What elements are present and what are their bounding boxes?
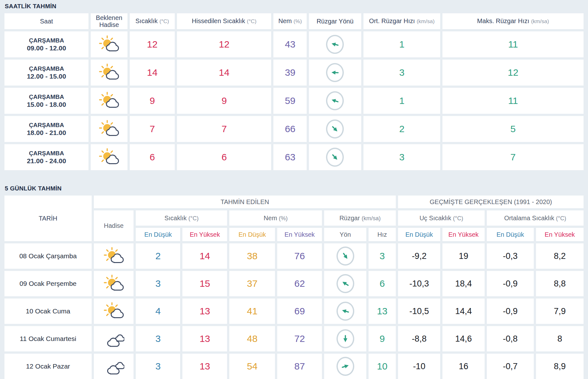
extreme-max-cell: 14,4 (442, 299, 485, 324)
wind-direction-icon (326, 148, 344, 167)
feels-like-cell: 12 (177, 31, 271, 57)
humidity-min-cell: 48 (229, 326, 275, 351)
date-cell: 11 Ocak Cumartesi (4, 326, 92, 351)
wind-direction-icon (326, 91, 344, 110)
sub-header-extreme-min: En Düşük (398, 228, 440, 241)
temperature-cell: 14 (130, 60, 175, 86)
weather-icon (103, 247, 124, 264)
weather-icon (103, 329, 124, 347)
col-label: Nem (278, 17, 292, 24)
wind-arrow (329, 123, 341, 135)
extreme-max-cell: 18,4 (442, 271, 485, 296)
wind-direction-icon (326, 35, 344, 54)
wind-direction-icon (336, 247, 354, 266)
wind-speed-cell: 9 (369, 326, 396, 351)
col-label: Rüzgar Yönü (317, 18, 353, 25)
col-label: Sıcaklık (164, 215, 186, 222)
humidity-min-cell: 37 (229, 271, 275, 296)
hourly-row: ÇARŞAMBA 18.00 - 21.00 7 7 66 2 5 (4, 116, 584, 142)
humidity-cell: 63 (273, 144, 307, 170)
daily-forecast-table: TARİH TAHMİN EDİLEN GEÇMİŞTE GERÇEKLEŞEN… (2, 193, 586, 379)
extreme-max-cell: 14,6 (442, 326, 485, 351)
condition-cell (94, 243, 134, 269)
sun-behind-cloud-icon (99, 91, 120, 109)
extreme-min-cell: -10,5 (398, 299, 440, 324)
wind-speed-cell: 10 (369, 354, 396, 379)
col-label: Uç Sıcaklık (420, 215, 451, 222)
feels-like-cell: 14 (177, 60, 271, 86)
max-wind-speed-cell: 7 (442, 144, 584, 170)
col-header-tarih: TARİH (4, 196, 92, 241)
condition-cell (94, 271, 134, 296)
avg-wind-speed-cell: 1 (363, 31, 441, 57)
average-min-cell: -0,3 (487, 243, 534, 269)
temperature-cell: 7 (130, 116, 175, 142)
temperature-cell: 9 (130, 88, 175, 114)
average-max-cell: 8,2 (536, 243, 584, 269)
humidity-max-cell: 87 (277, 354, 322, 379)
wind-direction-cell (309, 116, 361, 142)
wind-direction-cell (324, 243, 366, 269)
weather-icon (103, 274, 124, 292)
condition-cell (91, 116, 127, 142)
avg-wind-speed-cell: 3 (363, 60, 441, 86)
daily-header-row-groups: TARİH TAHMİN EDİLEN GEÇMİŞTE GERÇEKLEŞEN… (4, 196, 584, 208)
day-label: ÇARŞAMBA (6, 37, 87, 44)
wind-direction-cell (309, 88, 361, 114)
col-unit: (%) (279, 215, 288, 222)
col-unit: (°C) (556, 215, 566, 222)
humidity-cell: 66 (273, 116, 307, 142)
wind-arrow (331, 68, 339, 77)
max-wind-speed-cell: 5 (442, 116, 584, 142)
feels-like-cell: 7 (177, 116, 271, 142)
hourly-row: ÇARŞAMBA 21.00 - 24.00 6 6 63 3 7 (4, 144, 584, 170)
wind-direction-cell (324, 326, 366, 351)
temp-max-cell: 14 (182, 243, 227, 269)
wind-direction-cell (324, 354, 366, 379)
col-header-ruzgar-yonu: Rüzgar Yönü (309, 13, 361, 29)
wind-direction-arrow-icon (329, 151, 341, 163)
time-cell: ÇARŞAMBA 12.00 - 15.00 (4, 60, 88, 86)
wind-arrow (340, 278, 351, 289)
wind-speed-cell: 13 (369, 299, 396, 324)
col-unit: (°C) (188, 215, 199, 222)
humidity-max-cell: 76 (277, 243, 322, 269)
clouds-icon (103, 329, 124, 347)
humidity-min-cell: 41 (229, 299, 275, 324)
average-max-cell: 7,9 (536, 299, 584, 324)
humidity-max-cell: 69 (277, 299, 322, 324)
avg-wind-speed-cell: 2 (363, 116, 441, 142)
temp-min-cell: 3 (136, 326, 180, 351)
extreme-min-cell: -8,8 (398, 326, 440, 351)
date-cell: 12 Ocak Pazar (4, 354, 92, 379)
time-cell: ÇARŞAMBA 18.00 - 21.00 (4, 116, 88, 142)
clouds-icon (103, 357, 124, 375)
daily-section-title: 5 GÜNLÜK TAHMİN (2, 172, 586, 193)
temperature-cell: 12 (130, 31, 175, 57)
hourly-header-row: Saat Beklenen Hadise Sıcaklık (°C) Hisse… (4, 13, 584, 29)
temp-max-cell: 13 (182, 354, 227, 379)
average-max-cell: 8,9 (536, 354, 584, 379)
sun-behind-cloud-icon (99, 119, 120, 137)
wind-direction-icon (336, 329, 354, 348)
weather-icon (99, 91, 120, 109)
col-unit: (km/sa) (362, 215, 381, 222)
col-unit: (km/sa) (417, 18, 435, 24)
average-min-cell: -0,9 (487, 299, 534, 324)
extreme-max-cell: 16 (442, 354, 485, 379)
condition-cell (94, 354, 134, 379)
wind-direction-arrow-icon (330, 39, 340, 49)
wind-direction-arrow-icon (330, 96, 340, 106)
daily-row: 09 Ocak Perşembe 3 15 37 62 6 -10,3 18,4 (4, 271, 584, 296)
condition-cell (94, 299, 134, 324)
sub-header-yon: Yön (324, 228, 366, 241)
average-max-cell: 8 (536, 326, 584, 351)
col-unit: (km/sa) (531, 18, 549, 24)
time-cell: ÇARŞAMBA 21.00 - 24.00 (4, 144, 88, 170)
daily-row: 11 Ocak Cumartesi 3 13 48 72 9 -8,8 14,6… (4, 326, 584, 351)
temperature-cell: 6 (130, 144, 175, 170)
time-cell: ÇARŞAMBA 15.00 - 18.00 (4, 88, 88, 114)
sub-header-average-min: En Düşük (487, 228, 534, 241)
wind-direction-arrow-icon (340, 278, 351, 289)
extreme-min-cell: -9,2 (398, 243, 440, 269)
